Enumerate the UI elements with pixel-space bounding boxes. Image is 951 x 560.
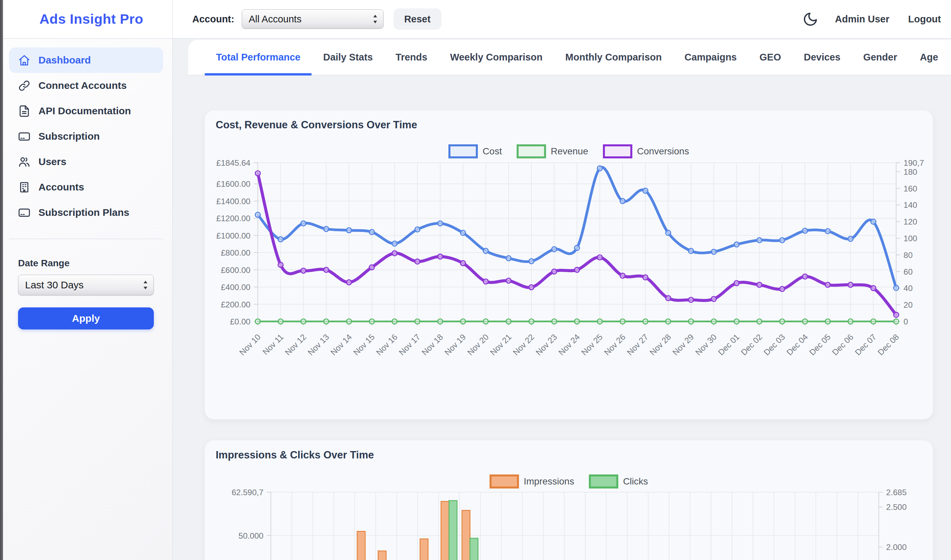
sidebar-item-connect-accounts[interactable]: Connect Accounts [9,73,163,98]
svg-text:190,7: 190,7 [903,158,924,168]
svg-text:2.000: 2.000 [886,543,906,552]
sidebar-item-label: Accounts [39,182,84,193]
logo-area: Ads Insight Pro [0,0,173,38]
svg-text:Nov 27: Nov 27 [625,332,650,357]
svg-text:140: 140 [903,200,917,209]
link-icon [18,80,31,92]
dark-mode-toggle-moon-icon[interactable] [803,11,818,27]
tab-age[interactable]: Age [909,40,949,75]
svg-text:Nov 10: Nov 10 [238,332,262,357]
sidebar-item-label: Users [39,156,66,168]
svg-text:£1400.00: £1400.00 [216,197,250,206]
sidebar-item-api-documentation[interactable]: API Documentation [9,98,163,124]
sidebar: DashboardConnect AccountsAPI Documentati… [0,39,173,560]
svg-text:Nov 24: Nov 24 [557,332,581,357]
svg-text:Nov 30: Nov 30 [694,332,718,357]
tab-monthly-comparison[interactable]: Monthly Comparison [554,40,673,75]
sidebar-item-users[interactable]: Users [9,149,163,174]
svg-text:£1600.00: £1600.00 [216,179,250,188]
svg-text:£1200.00: £1200.00 [216,214,250,223]
svg-text:Nov 14: Nov 14 [329,332,353,357]
svg-text:0: 0 [903,317,908,326]
date-range-label: Date Range [18,258,172,269]
svg-text:£400.00: £400.00 [221,283,250,292]
cost-revenue-conversions-chart-card: Cost, Revenue & Conversions Over Time Co… [205,110,933,419]
svg-text:Nov 15: Nov 15 [351,332,376,357]
svg-text:50.000: 50.000 [239,531,264,540]
svg-text:Nov 28: Nov 28 [648,332,673,357]
date-range-select-value: Last 30 Days [25,279,83,291]
account-select-value: All Accounts [249,14,302,25]
svg-text:Nov 17: Nov 17 [397,332,422,357]
svg-text:Nov 18: Nov 18 [420,332,445,357]
tab-trends[interactable]: Trends [384,40,439,75]
sidebar-divider [9,238,163,239]
svg-text:80: 80 [903,251,912,260]
sidebar-item-label: Subscription Plans [39,207,129,218]
svg-text:Nov 16: Nov 16 [375,332,399,357]
tab-network[interactable]: Network [949,40,951,75]
svg-text:Nov 11: Nov 11 [261,332,285,357]
top-bar: Ads Insight Pro Account: All Accounts Re… [0,0,951,39]
users-icon [18,156,31,168]
building-icon [18,181,31,194]
date-range-select[interactable]: Last 30 Days [18,275,154,295]
main-content: Total PerformanceDaily StatsTrendsWeekly… [174,39,951,560]
logout-link[interactable]: Logout [908,14,941,25]
apply-button[interactable]: Apply [18,308,154,329]
left-edge-strip [0,0,3,560]
svg-text:Nov 20: Nov 20 [465,332,490,357]
svg-text:Dec 08: Dec 08 [876,332,901,357]
svg-text:Nov 25: Nov 25 [580,332,604,357]
tab-bar: Total PerformanceDaily StatsTrendsWeekly… [188,40,951,75]
tab-campaigns[interactable]: Campaigns [673,40,748,75]
svg-text:2.685: 2.685 [886,488,906,497]
tab-total-performance[interactable]: Total Performance [205,40,311,75]
select-arrows-icon [372,13,379,25]
svg-text:Nov 12: Nov 12 [283,332,308,357]
svg-text:Dec 03: Dec 03 [762,332,787,357]
svg-text:40: 40 [903,284,912,293]
impressions-clicks-chart: Nov 10Nov 11Nov 12Nov 13Nov 14Nov 15Nov … [205,440,933,560]
svg-text:160: 160 [903,184,917,193]
tab-daily-stats[interactable]: Daily Stats [311,40,384,75]
sidebar-item-subscription-plans[interactable]: Subscription Plans [9,200,163,225]
svg-text:2.500: 2.500 [886,503,906,512]
tab-gender[interactable]: Gender [852,40,909,75]
account-select[interactable]: All Accounts [242,9,384,29]
svg-text:Nov 21: Nov 21 [489,332,513,357]
svg-text:100: 100 [903,234,917,243]
svg-text:£200.00: £200.00 [221,300,250,309]
tab-weekly-comparison[interactable]: Weekly Comparison [439,40,554,75]
sidebar-item-label: Subscription [39,131,100,142]
sidebar-item-dashboard[interactable]: Dashboard [9,48,163,73]
app-root: Ads Insight Pro Account: All Accounts Re… [0,0,951,560]
svg-text:Nov 22: Nov 22 [511,332,536,357]
svg-text:£1845.64: £1845.64 [216,158,250,168]
svg-text:Nov 19: Nov 19 [443,332,467,357]
svg-text:Dec 04: Dec 04 [785,332,809,357]
sidebar-item-accounts[interactable]: Accounts [9,174,163,200]
home-icon [18,54,31,66]
svg-text:Dec 06: Dec 06 [830,332,855,357]
svg-text:Nov 26: Nov 26 [602,332,627,357]
credit-card-icon [18,130,31,143]
svg-text:Dec 01: Dec 01 [716,332,741,357]
svg-text:120: 120 [903,217,917,226]
svg-text:Dec 02: Dec 02 [739,332,764,357]
tab-geo[interactable]: GEO [748,40,792,75]
reset-button[interactable]: Reset [393,8,441,30]
svg-text:Dec 07: Dec 07 [853,332,878,357]
impressions-clicks-chart-card: Impressions & Clicks Over Time Impressio… [205,440,933,560]
svg-text:Dec 05: Dec 05 [808,332,832,357]
sidebar-item-label: Connect Accounts [39,80,127,91]
svg-text:Nov 23: Nov 23 [534,332,559,357]
account-label: Account: [192,14,234,25]
cost-revenue-conversions-chart: Nov 10Nov 11Nov 12Nov 13Nov 14Nov 15Nov … [205,110,933,419]
file-text-icon [18,105,31,117]
sidebar-item-label: API Documentation [39,105,131,117]
svg-text:62.590,7: 62.590,7 [232,488,264,497]
sidebar-item-subscription[interactable]: Subscription [9,124,163,149]
app-logo: Ads Insight Pro [40,11,143,27]
tab-devices[interactable]: Devices [792,40,852,75]
